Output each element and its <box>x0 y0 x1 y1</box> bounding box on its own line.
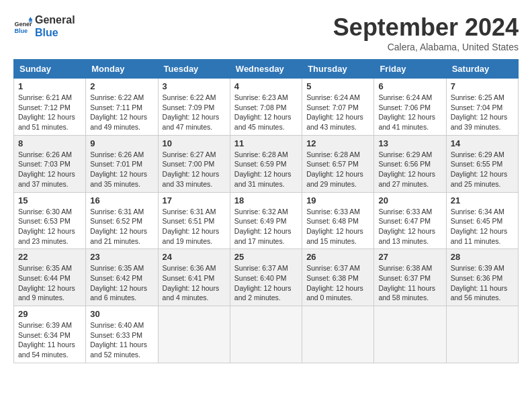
day-info: Sunrise: 6:24 AM Sunset: 7:07 PM Dayligh… <box>306 93 369 132</box>
week-row-2: 8Sunrise: 6:26 AM Sunset: 7:03 PM Daylig… <box>14 135 519 192</box>
day-cell-9: 9Sunrise: 6:26 AM Sunset: 7:01 PM Daylig… <box>86 135 158 192</box>
day-cell-13: 13Sunrise: 6:29 AM Sunset: 6:56 PM Dayli… <box>374 135 446 192</box>
day-info: Sunrise: 6:35 AM Sunset: 6:44 PM Dayligh… <box>18 263 81 303</box>
day-info: Sunrise: 6:25 AM Sunset: 7:04 PM Dayligh… <box>451 93 514 132</box>
day-cell-24: 24Sunrise: 6:36 AM Sunset: 6:41 PM Dayli… <box>158 249 230 306</box>
day-info: Sunrise: 6:28 AM Sunset: 6:57 PM Dayligh… <box>306 150 369 189</box>
day-number: 21 <box>451 195 514 205</box>
logo-general: General <box>35 13 75 26</box>
day-info: Sunrise: 6:37 AM Sunset: 6:40 PM Dayligh… <box>234 263 298 303</box>
day-number: 12 <box>306 138 369 148</box>
day-info: Sunrise: 6:31 AM Sunset: 6:51 PM Dayligh… <box>163 207 226 246</box>
day-info: Sunrise: 6:24 AM Sunset: 7:06 PM Dayligh… <box>378 93 441 132</box>
day-number: 24 <box>163 252 226 262</box>
day-number: 8 <box>18 138 81 148</box>
day-info: Sunrise: 6:30 AM Sunset: 6:53 PM Dayligh… <box>18 207 81 246</box>
empty-cell <box>374 306 446 363</box>
day-number: 3 <box>163 81 226 91</box>
empty-cell <box>158 306 230 363</box>
month-title: September 2024 <box>333 13 519 42</box>
week-row-1: 1Sunrise: 6:21 AM Sunset: 7:12 PM Daylig… <box>14 79 519 136</box>
day-number: 1 <box>18 81 81 91</box>
column-header-tuesday: Tuesday <box>158 60 230 79</box>
day-number: 28 <box>451 252 514 262</box>
day-number: 6 <box>378 81 441 91</box>
day-number: 19 <box>306 195 369 205</box>
day-number: 20 <box>378 195 441 205</box>
day-number: 15 <box>18 195 81 205</box>
logo: General Blue General Blue <box>13 13 75 39</box>
location-title: Calera, Alabama, United States <box>333 42 519 52</box>
day-info: Sunrise: 6:31 AM Sunset: 6:52 PM Dayligh… <box>90 207 153 246</box>
day-info: Sunrise: 6:33 AM Sunset: 6:47 PM Dayligh… <box>378 207 441 246</box>
day-number: 13 <box>378 138 441 148</box>
day-cell-28: 28Sunrise: 6:39 AM Sunset: 6:36 PM Dayli… <box>446 249 518 306</box>
week-row-3: 15Sunrise: 6:30 AM Sunset: 6:53 PM Dayli… <box>14 192 519 249</box>
day-number: 30 <box>90 309 153 319</box>
day-cell-1: 1Sunrise: 6:21 AM Sunset: 7:12 PM Daylig… <box>14 79 86 136</box>
day-cell-20: 20Sunrise: 6:33 AM Sunset: 6:47 PM Dayli… <box>374 192 446 249</box>
calendar-table: SundayMondayTuesdayWednesdayThursdayFrid… <box>13 59 519 363</box>
day-info: Sunrise: 6:37 AM Sunset: 6:38 PM Dayligh… <box>306 263 369 303</box>
day-info: Sunrise: 6:35 AM Sunset: 6:42 PM Dayligh… <box>90 263 153 303</box>
day-cell-12: 12Sunrise: 6:28 AM Sunset: 6:57 PM Dayli… <box>302 135 374 192</box>
day-cell-7: 7Sunrise: 6:25 AM Sunset: 7:04 PM Daylig… <box>446 79 518 136</box>
day-info: Sunrise: 6:22 AM Sunset: 7:11 PM Dayligh… <box>90 93 153 132</box>
day-cell-11: 11Sunrise: 6:28 AM Sunset: 6:59 PM Dayli… <box>230 135 302 192</box>
day-cell-17: 17Sunrise: 6:31 AM Sunset: 6:51 PM Dayli… <box>158 192 230 249</box>
day-info: Sunrise: 6:29 AM Sunset: 6:56 PM Dayligh… <box>378 150 441 189</box>
empty-cell <box>230 306 302 363</box>
day-number: 27 <box>378 252 441 262</box>
day-cell-16: 16Sunrise: 6:31 AM Sunset: 6:52 PM Dayli… <box>86 192 158 249</box>
day-cell-22: 22Sunrise: 6:35 AM Sunset: 6:44 PM Dayli… <box>14 249 86 306</box>
week-row-4: 22Sunrise: 6:35 AM Sunset: 6:44 PM Dayli… <box>14 249 519 306</box>
day-number: 2 <box>90 81 153 91</box>
day-cell-21: 21Sunrise: 6:34 AM Sunset: 6:45 PM Dayli… <box>446 192 518 249</box>
day-info: Sunrise: 6:32 AM Sunset: 6:49 PM Dayligh… <box>234 207 298 246</box>
day-cell-4: 4Sunrise: 6:23 AM Sunset: 7:08 PM Daylig… <box>230 79 302 136</box>
day-info: Sunrise: 6:34 AM Sunset: 6:45 PM Dayligh… <box>451 207 514 246</box>
day-info: Sunrise: 6:40 AM Sunset: 6:33 PM Dayligh… <box>90 320 153 360</box>
day-info: Sunrise: 6:26 AM Sunset: 7:03 PM Dayligh… <box>18 150 81 189</box>
day-cell-26: 26Sunrise: 6:37 AM Sunset: 6:38 PM Dayli… <box>302 249 374 306</box>
logo-icon: General Blue <box>13 17 32 36</box>
column-header-saturday: Saturday <box>446 60 518 79</box>
day-cell-19: 19Sunrise: 6:33 AM Sunset: 6:48 PM Dayli… <box>302 192 374 249</box>
column-header-friday: Friday <box>374 60 446 79</box>
day-cell-14: 14Sunrise: 6:29 AM Sunset: 6:55 PM Dayli… <box>446 135 518 192</box>
day-cell-8: 8Sunrise: 6:26 AM Sunset: 7:03 PM Daylig… <box>14 135 86 192</box>
day-cell-10: 10Sunrise: 6:27 AM Sunset: 7:00 PM Dayli… <box>158 135 230 192</box>
day-info: Sunrise: 6:39 AM Sunset: 6:34 PM Dayligh… <box>18 320 81 360</box>
column-header-monday: Monday <box>86 60 158 79</box>
day-number: 23 <box>90 252 153 262</box>
day-number: 11 <box>234 138 298 148</box>
day-info: Sunrise: 6:36 AM Sunset: 6:41 PM Dayligh… <box>163 263 226 303</box>
day-cell-23: 23Sunrise: 6:35 AM Sunset: 6:42 PM Dayli… <box>86 249 158 306</box>
column-header-sunday: Sunday <box>14 60 86 79</box>
calendar-header-row: SundayMondayTuesdayWednesdayThursdayFrid… <box>14 60 519 79</box>
title-section: September 2024 Calera, Alabama, United S… <box>333 13 519 52</box>
day-cell-25: 25Sunrise: 6:37 AM Sunset: 6:40 PM Dayli… <box>230 249 302 306</box>
day-cell-18: 18Sunrise: 6:32 AM Sunset: 6:49 PM Dayli… <box>230 192 302 249</box>
day-cell-27: 27Sunrise: 6:38 AM Sunset: 6:37 PM Dayli… <box>374 249 446 306</box>
empty-cell <box>446 306 518 363</box>
svg-text:Blue: Blue <box>14 28 28 34</box>
day-info: Sunrise: 6:33 AM Sunset: 6:48 PM Dayligh… <box>306 207 369 246</box>
day-number: 4 <box>234 81 298 91</box>
day-cell-15: 15Sunrise: 6:30 AM Sunset: 6:53 PM Dayli… <box>14 192 86 249</box>
logo-blue: Blue <box>35 26 75 39</box>
day-number: 16 <box>90 195 153 205</box>
day-cell-6: 6Sunrise: 6:24 AM Sunset: 7:06 PM Daylig… <box>374 79 446 136</box>
day-info: Sunrise: 6:28 AM Sunset: 6:59 PM Dayligh… <box>234 150 298 189</box>
day-number: 5 <box>306 81 369 91</box>
column-header-wednesday: Wednesday <box>230 60 302 79</box>
day-number: 25 <box>234 252 298 262</box>
day-info: Sunrise: 6:22 AM Sunset: 7:09 PM Dayligh… <box>163 93 226 132</box>
day-cell-5: 5Sunrise: 6:24 AM Sunset: 7:07 PM Daylig… <box>302 79 374 136</box>
day-info: Sunrise: 6:21 AM Sunset: 7:12 PM Dayligh… <box>18 93 81 132</box>
day-number: 10 <box>163 138 226 148</box>
empty-cell <box>302 306 374 363</box>
day-cell-29: 29Sunrise: 6:39 AM Sunset: 6:34 PM Dayli… <box>14 306 86 363</box>
day-number: 7 <box>451 81 514 91</box>
day-cell-3: 3Sunrise: 6:22 AM Sunset: 7:09 PM Daylig… <box>158 79 230 136</box>
